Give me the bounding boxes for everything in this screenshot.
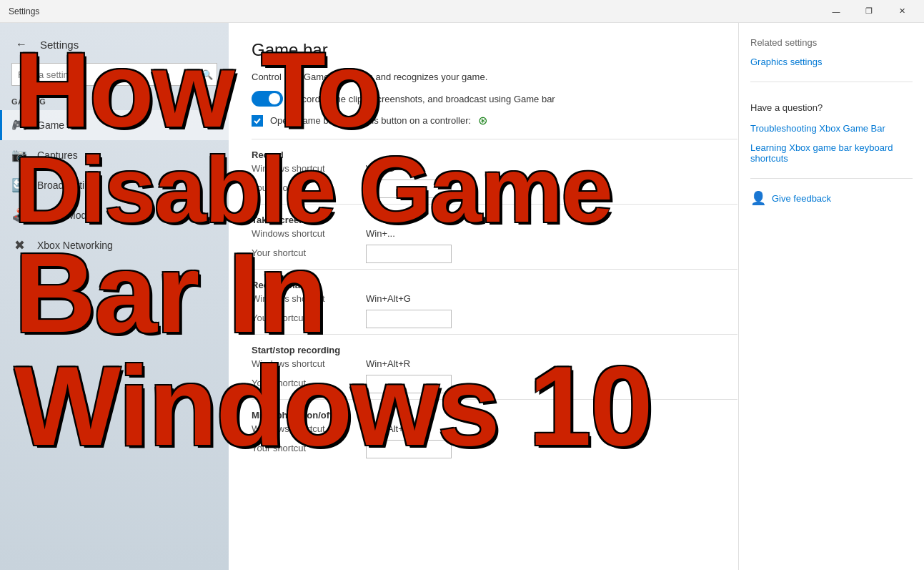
back-button[interactable]: ← [11, 34, 31, 54]
right-divider-2 [750, 178, 913, 179]
shortcut-row-recordthat-your: Your shortcut [252, 307, 737, 328]
sidebar-item-label-captures: Captures [37, 149, 78, 161]
shortcut-label-mic-windows: Windows shortcut [252, 423, 366, 434]
sidebar-item-captures[interactable]: 📷 Captures [0, 140, 229, 170]
shortcut-row-record-your: Your shortcut [252, 177, 737, 198]
shortcut-label-recordthat-your: Your shortcut [252, 313, 366, 323]
main-content: Game bar Control how Game bar opens and … [229, 23, 738, 570]
xbox-icon: ⊛ [478, 114, 487, 127]
toggle-label: Record game clips, screenshots, and broa… [290, 94, 555, 104]
page-title: Game bar [252, 40, 737, 60]
divider-3 [252, 269, 737, 270]
checkbox-row: Open Game bar using this button on a con… [252, 114, 737, 127]
title-bar-controls: — ❐ ✕ [820, 0, 918, 23]
shortcut-value-recordthat-windows: Win+Alt+G [366, 293, 411, 304]
shortcut-input-screenshot[interactable] [366, 245, 452, 263]
sidebar-item-xbox-networking[interactable]: ✖ Xbox Networking [0, 230, 229, 260]
game-bar-toggle[interactable] [252, 91, 283, 107]
xbox-networking-icon: ✖ [11, 237, 27, 253]
shortcut-row-record-windows: Windows shortcut Win+G [252, 163, 737, 174]
have-question-label: Have a question? [750, 102, 913, 113]
shortcut-value-screenshot-windows: Win+... [366, 228, 395, 239]
shortcut-label-startstop-windows: Windows shortcut [252, 358, 366, 369]
divider-5 [252, 399, 737, 400]
shortcut-row-startstop-your: Your shortcut [252, 372, 737, 393]
toggle-row: Record game clips, screenshots, and broa… [252, 91, 737, 107]
title-bar-left: Settings [9, 6, 39, 16]
feedback-label: Give feedback [772, 193, 831, 204]
right-divider [750, 82, 913, 82]
search-box: 🔍 [11, 63, 217, 86]
shortcut-row-screenshot-windows: Windows shortcut Win+... [252, 228, 737, 239]
shortcut-row-startstop-windows: Windows shortcut Win+Alt+R [252, 358, 737, 369]
app-container: ← Settings 🔍 Gaming 🎮 Game bar 📷 Capture… [0, 23, 924, 570]
shortcut-row-screenshot-your: Your shortcut [252, 242, 737, 263]
sidebar-item-game-mode[interactable]: 🕹️ Game Mode [0, 200, 229, 230]
game-mode-icon: 🕹️ [11, 207, 27, 223]
shortcut-value-mic-windows: Win+Alt+M [366, 423, 412, 434]
shortcut-label-mic-your: Your shortcut [252, 443, 366, 453]
shortcut-value-startstop-windows: Win+Alt+R [366, 358, 410, 369]
sidebar-item-game-bar[interactable]: 🎮 Game bar [0, 110, 229, 140]
search-icon: 🔍 [202, 69, 213, 80]
title-bar: Settings — ❐ ✕ [0, 0, 924, 23]
section-mic-title: Microphone on/off [252, 410, 737, 421]
shortcut-label-recordthat-windows: Windows shortcut [252, 293, 366, 304]
sidebar-title: Settings [40, 39, 79, 51]
content-inner: Game bar Control how Game bar opens and … [252, 40, 737, 458]
shortcut-input-recordthat[interactable] [366, 310, 452, 328]
shortcut-row-recordthat-windows: Windows shortcut Win+Alt+G [252, 293, 737, 304]
shortcut-label-record-your: Your shortcut [252, 182, 366, 193]
controller-checkbox[interactable] [252, 115, 263, 127]
close-button[interactable]: ✕ [885, 0, 918, 23]
related-settings-label: Related settings [750, 37, 913, 48]
description-text: Control how Game bar opens and recognize… [252, 72, 737, 82]
divider-1 [252, 139, 737, 139]
captures-icon: 📷 [11, 147, 27, 163]
shortcut-input-record[interactable] [366, 180, 452, 198]
sidebar-item-broadcasting[interactable]: 🔄 Broadcasting [0, 170, 229, 200]
shortcut-row-mic-windows: Windows shortcut Win+Alt+M [252, 423, 737, 434]
section-recordthat-title: Record that [252, 280, 737, 290]
sidebar-item-label-game-mode: Game Mode [37, 210, 92, 221]
section-screenshot-title: Take screenshot [252, 215, 737, 225]
maximize-button[interactable]: ❐ [853, 0, 885, 23]
sidebar-item-label-game-bar: Game bar [37, 119, 81, 131]
shortcut-value-record-windows: Win+G [366, 163, 394, 174]
section-startstop-title: Start/stop recording [252, 345, 737, 355]
search-input[interactable] [11, 63, 217, 86]
title-bar-title: Settings [9, 6, 39, 16]
sidebar: ← Settings 🔍 Gaming 🎮 Game bar 📷 Capture… [0, 23, 229, 570]
sidebar-item-label-xbox-networking: Xbox Networking [37, 240, 113, 251]
shortcut-label-screenshot-your: Your shortcut [252, 247, 366, 258]
shortcut-input-mic[interactable] [366, 440, 452, 458]
game-bar-icon: 🎮 [11, 117, 27, 133]
right-panel: Related settings Graphics settings Have … [738, 23, 924, 570]
graphics-settings-link[interactable]: Graphics settings [750, 56, 913, 67]
shortcut-row-mic-your: Your shortcut [252, 437, 737, 458]
section-record-title: Record [252, 149, 737, 160]
divider-2 [252, 204, 737, 205]
feedback-row[interactable]: 👤 Give feedback [750, 190, 913, 206]
divider-4 [252, 334, 737, 335]
keyboard-shortcuts-link[interactable]: Learning Xbox game bar keyboard shortcut… [750, 142, 913, 164]
feedback-icon: 👤 [750, 190, 766, 206]
gaming-section-label: Gaming [0, 94, 229, 110]
checkbox-label: Open Game bar using this button on a con… [270, 115, 471, 126]
minimize-button[interactable]: — [820, 0, 853, 23]
shortcut-label-screenshot-windows: Windows shortcut [252, 228, 366, 239]
shortcut-label-startstop-your: Your shortcut [252, 378, 366, 388]
shortcut-input-startstop[interactable] [366, 375, 452, 393]
broadcasting-icon: 🔄 [11, 177, 27, 193]
troubleshooting-link[interactable]: Troubleshooting Xbox Game Bar [750, 123, 913, 134]
sidebar-header: ← Settings [0, 23, 229, 60]
shortcut-label-record-windows: Windows shortcut [252, 163, 366, 174]
sidebar-item-label-broadcasting: Broadcasting [37, 180, 96, 191]
